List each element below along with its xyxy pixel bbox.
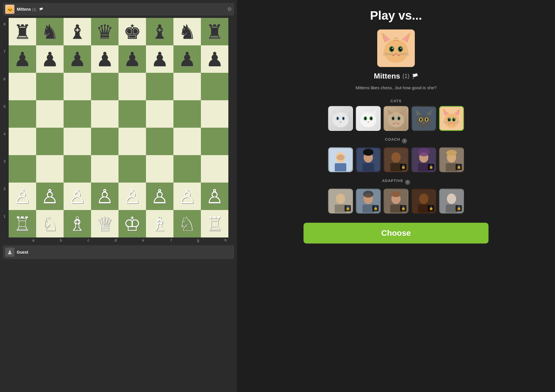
- square-2-0[interactable]: [9, 73, 36, 100]
- square-3-4[interactable]: [119, 100, 146, 128]
- file-h: h: [201, 238, 228, 242]
- square-0-3[interactable]: ♛: [91, 18, 119, 45]
- square-4-3[interactable]: [91, 128, 119, 155]
- piece-7-4: ♔: [123, 214, 141, 234]
- square-7-0[interactable]: ♖: [9, 210, 36, 237]
- square-4-4[interactable]: [119, 128, 146, 155]
- square-7-3[interactable]: ♕: [91, 210, 119, 237]
- coach-5-card[interactable]: 🔒: [439, 147, 464, 172]
- square-1-6[interactable]: ♟: [173, 45, 201, 73]
- svg-point-30: [365, 117, 366, 120]
- coach-4-card[interactable]: 🔒: [411, 147, 436, 172]
- square-3-6[interactable]: [173, 100, 201, 128]
- square-6-6[interactable]: ♙: [173, 183, 201, 210]
- square-4-7[interactable]: [201, 128, 228, 155]
- square-5-7[interactable]: [201, 155, 228, 183]
- square-0-4[interactable]: ♚: [119, 18, 146, 45]
- piece-6-4: ♙: [123, 187, 141, 206]
- adaptive-section-label: ADAPTIVE: [382, 179, 403, 183]
- adaptive-1-card[interactable]: 🔒: [328, 189, 353, 213]
- adaptive-5-card[interactable]: 🔒: [439, 189, 464, 213]
- svg-point-51: [444, 114, 459, 128]
- square-1-7[interactable]: ♟: [201, 45, 228, 73]
- square-7-6[interactable]: ♘: [173, 210, 201, 237]
- adaptive-2-card[interactable]: 🔒: [356, 189, 381, 213]
- square-4-5[interactable]: [146, 128, 173, 155]
- adaptive-4-card[interactable]: 🔒: [411, 189, 436, 213]
- square-3-1[interactable]: [36, 100, 64, 128]
- square-3-7[interactable]: [201, 100, 228, 128]
- square-2-6[interactable]: [173, 73, 201, 100]
- square-7-2[interactable]: ♗: [64, 210, 91, 237]
- square-1-4[interactable]: ♟: [119, 45, 146, 73]
- square-6-2[interactable]: ♙: [64, 183, 91, 210]
- square-6-3[interactable]: ♙: [91, 183, 119, 210]
- adaptive-5-lock: 🔒: [456, 205, 462, 211]
- choose-button[interactable]: Choose: [304, 223, 489, 244]
- cat-persian-card[interactable]: [328, 106, 353, 131]
- square-5-2[interactable]: [64, 155, 91, 183]
- cat-white-card[interactable]: [356, 106, 381, 131]
- cat-persian-inner: [329, 107, 352, 130]
- square-6-1[interactable]: ♙: [36, 183, 64, 210]
- square-3-2[interactable]: [64, 100, 91, 128]
- square-5-4[interactable]: [119, 155, 146, 183]
- top-player-name: Mittens: [17, 7, 31, 12]
- square-1-3[interactable]: ♟: [91, 45, 119, 73]
- square-6-4[interactable]: ♙: [119, 183, 146, 210]
- square-4-6[interactable]: [173, 128, 201, 155]
- square-3-3[interactable]: [91, 100, 119, 128]
- square-3-0[interactable]: [9, 100, 36, 128]
- square-0-2[interactable]: ♝: [64, 18, 91, 45]
- square-0-0[interactable]: ♜: [9, 18, 36, 45]
- square-0-6[interactable]: ♞: [173, 18, 201, 45]
- piece-7-0: ♖: [14, 214, 31, 234]
- square-4-1[interactable]: [36, 128, 64, 155]
- square-7-1[interactable]: ♘: [36, 210, 64, 237]
- square-0-1[interactable]: ♞: [36, 18, 64, 45]
- square-1-0[interactable]: ♟: [9, 45, 36, 73]
- cat-dark-card[interactable]: [411, 106, 436, 131]
- square-0-5[interactable]: ♝: [146, 18, 173, 45]
- coach-2-card[interactable]: [356, 147, 381, 172]
- square-2-3[interactable]: [91, 73, 119, 100]
- square-4-0[interactable]: [9, 128, 36, 155]
- square-7-7[interactable]: ♖: [201, 210, 228, 237]
- square-2-2[interactable]: [64, 73, 91, 100]
- square-5-1[interactable]: [36, 155, 64, 183]
- opponent-flag: 🏳️: [412, 73, 418, 79]
- square-2-1[interactable]: [36, 73, 64, 100]
- svg-point-39: [398, 117, 400, 120]
- coach-3-card[interactable]: 🔒: [384, 147, 408, 172]
- square-4-2[interactable]: [64, 128, 91, 155]
- square-5-3[interactable]: [91, 155, 119, 183]
- cats-section-label: CATS: [391, 99, 402, 103]
- square-5-5[interactable]: [146, 155, 173, 183]
- adaptive-3-card[interactable]: 🔒: [384, 189, 408, 213]
- piece-7-2: ♗: [69, 214, 86, 234]
- square-6-5[interactable]: ♙: [146, 183, 173, 210]
- square-6-0[interactable]: ♙: [9, 183, 36, 210]
- piece-6-6: ♙: [178, 187, 196, 206]
- square-2-7[interactable]: [201, 73, 228, 100]
- square-1-2[interactable]: ♟: [64, 45, 91, 73]
- adaptive-help-icon[interactable]: ?: [405, 180, 410, 185]
- chess-board[interactable]: ♜♞♝♛♚♝♞♜♟♟♟♟♟♟♟♟♙♙♙♙♙♙♙♙♖♘♗♕♔♗♘♖: [9, 18, 228, 237]
- square-2-5[interactable]: [146, 73, 173, 100]
- square-1-1[interactable]: ♟: [36, 45, 64, 73]
- play-vs-title: Play vs...: [370, 9, 422, 23]
- coach-help-icon[interactable]: ?: [402, 138, 407, 144]
- square-5-0[interactable]: [9, 155, 36, 183]
- square-3-5[interactable]: [146, 100, 173, 128]
- cat-mittens-card[interactable]: [439, 106, 464, 131]
- square-5-6[interactable]: [173, 155, 201, 183]
- square-1-5[interactable]: ♟: [146, 45, 173, 73]
- square-7-5[interactable]: ♗: [146, 210, 173, 237]
- square-7-4[interactable]: ♔: [119, 210, 146, 237]
- square-6-7[interactable]: ♙: [201, 183, 228, 210]
- square-2-4[interactable]: [119, 73, 146, 100]
- cat-grumpy-card[interactable]: [384, 106, 408, 131]
- settings-icon[interactable]: ⚙: [227, 6, 232, 12]
- coach-1-card[interactable]: [328, 147, 353, 172]
- square-0-7[interactable]: ♜: [201, 18, 228, 45]
